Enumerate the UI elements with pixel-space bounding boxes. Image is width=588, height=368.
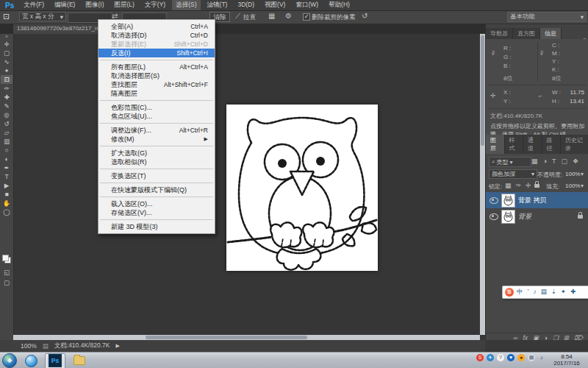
crop-preset-dropdown[interactable]: 宽 x 高 x 分 ▾ (19, 12, 66, 21)
tray-sogou-icon[interactable]: S (476, 354, 484, 361)
select-menu-item-0[interactable]: 全部(A)Ctrl+A (98, 22, 215, 31)
tab-paths[interactable]: 路径 (542, 135, 562, 154)
lock-move-icon[interactable]: ✛ (526, 182, 531, 189)
lock-all-icon[interactable] (534, 184, 539, 188)
select-menu-item-7[interactable]: 查找图层Alt+Shift+Ctrl+F (98, 80, 215, 89)
sogou-keyboard-icon[interactable]: ▤ (541, 288, 547, 297)
sogou-logo[interactable]: S (505, 288, 514, 297)
chevron-down-icon[interactable]: ▾ (581, 183, 584, 189)
tab-history[interactable]: 历史记录 (561, 135, 588, 154)
smart-object-filter-icon[interactable]: ❖ (573, 158, 578, 165)
lock-transparency-icon[interactable]: ▦ (505, 182, 512, 189)
select-menu-item-1[interactable]: 取消选择(D)Ctrl+D (98, 31, 215, 40)
select-menu-item-13[interactable]: 调整边缘(F)...Alt+Ctrl+R (98, 126, 215, 135)
tab-layers[interactable]: 图层 (486, 135, 505, 154)
tab-channels[interactable]: 通道 (523, 135, 542, 154)
folder-taskbar-button[interactable] (70, 354, 89, 368)
menu-item-9[interactable]: 窗口(W) (292, 0, 322, 10)
screen-mode-icon[interactable]: ▢ (1, 278, 12, 287)
tab-styles[interactable]: 样式 (505, 135, 524, 154)
tray-help-icon[interactable]: ? (497, 354, 504, 361)
menu-item-2[interactable]: 图像(I) (82, 0, 107, 10)
menu-item-1[interactable]: 编辑(E) (51, 0, 79, 10)
quick-selection-tool[interactable]: ✦ (1, 66, 12, 75)
eyedropper-tool[interactable]: ✑ (1, 84, 12, 93)
fill-value[interactable]: 100% (565, 183, 580, 189)
menu-item-0[interactable]: 文件(F) (20, 0, 48, 10)
opacity-value[interactable]: 100% (565, 171, 580, 177)
delete-cropped-checkbox[interactable]: ✓ (303, 13, 310, 21)
type-filter-icon[interactable]: T (552, 158, 556, 165)
sogou-skin-icon[interactable]: ✦ (561, 288, 566, 297)
select-menu-item-8[interactable]: 隔离图层 (98, 89, 215, 98)
select-menu-item-24[interactable]: 存储选区(V)... (98, 208, 215, 217)
straighten-icon[interactable]: ⟋ (235, 12, 240, 21)
straighten-label[interactable]: 拉直 (243, 13, 256, 22)
status-expand-icon[interactable]: ▶ (115, 343, 119, 349)
layer-thumbnail[interactable] (501, 210, 515, 224)
shape-filter-icon[interactable]: ▢ (561, 158, 567, 165)
select-menu-item-17[interactable]: 选取相似(R) (98, 158, 215, 166)
menu-item-7[interactable]: 3D(D) (234, 0, 258, 10)
eraser-tool[interactable]: ▱ (1, 128, 12, 137)
layer-name[interactable]: 背景 (518, 212, 531, 222)
color-swatches[interactable] (2, 255, 11, 263)
menu-item-6[interactable]: 滤镜(T) (204, 0, 232, 10)
menu-item-3[interactable]: 图层(L) (110, 0, 137, 10)
canvas-image[interactable] (226, 105, 378, 271)
menu-item-10[interactable]: 帮助(H) (325, 0, 354, 10)
sogou-punct-icon[interactable]: ’ (528, 288, 529, 297)
blend-mode-dropdown[interactable]: 颜色加深 ▾ (489, 169, 537, 179)
lasso-tool[interactable]: ∿ (1, 57, 12, 66)
taskbar-clock[interactable]: 8:54 2017/7/16 (548, 353, 585, 367)
vertical-scrollbar[interactable] (480, 34, 485, 335)
dodge-tool[interactable]: ◐ (1, 155, 12, 163)
blur-tool[interactable]: ○ (1, 146, 12, 155)
tab-navigator[interactable]: 导航器 (486, 28, 513, 39)
chevron-down-icon[interactable]: ▾ (581, 171, 584, 177)
lock-paint-icon[interactable]: ✑ (516, 182, 522, 189)
crop-overlay-icon[interactable]: ▦ (268, 12, 275, 21)
tab-histogram[interactable]: 直方图 (513, 28, 540, 39)
sogou-download-icon[interactable]: ⇣ (551, 288, 556, 297)
menu-item-4[interactable]: 文字(Y) (141, 0, 169, 10)
foreground-color-swatch[interactable] (2, 255, 9, 261)
history-brush-tool[interactable]: ↺ (1, 119, 12, 128)
horizontal-scrollbar[interactable] (13, 335, 480, 340)
type-tool[interactable]: T (1, 172, 12, 181)
path-selection-tool[interactable]: ▶ (1, 181, 12, 190)
sogou-mic-icon[interactable]: ♪ (533, 288, 536, 297)
tray-volume-icon[interactable]: ♪ (538, 354, 545, 361)
move-tool[interactable]: ✛ (1, 40, 12, 49)
menu-item-8[interactable]: 视图(V) (261, 0, 289, 10)
select-menu-item-10[interactable]: 色彩范围(C)... (98, 103, 215, 112)
clone-stamp-tool[interactable]: ◎ (1, 110, 12, 119)
tray-display-icon[interactable]: ▤ (528, 354, 535, 361)
pen-tool[interactable]: ✒ (1, 163, 12, 172)
tray-security-shield-icon[interactable]: ♥ (507, 354, 514, 361)
zoom-tool[interactable]: ◯ (1, 208, 12, 216)
crop-settings-gear-icon[interactable]: ⚙ (285, 12, 292, 21)
quick-mask-icon[interactable]: ◱ (1, 268, 12, 277)
layer-filter-dropdown[interactable]: ⌕ 类型 ▾ (489, 157, 531, 167)
sogou-toolbox-icon[interactable]: ✚ (570, 288, 576, 297)
select-menu-item-26[interactable]: 新建 3D 模型(3) (98, 222, 215, 231)
hand-tool[interactable]: ✋ (1, 199, 12, 208)
select-menu-item-3[interactable]: 反选(I)Shift+Ctrl+I (98, 49, 215, 57)
crop-tool-icon[interactable]: ⊡ (3, 12, 10, 21)
layer-row-background[interactable]: 背景 (486, 208, 588, 224)
tray-updater-icon[interactable]: ✈ (487, 354, 494, 361)
gradient-tool[interactable]: ▥ (1, 137, 12, 146)
layer-visibility-eye-icon[interactable] (490, 197, 498, 204)
tab-info[interactable]: 信息 (540, 28, 562, 39)
select-menu-item-6[interactable]: 取消选择图层(S) (98, 71, 215, 80)
toolbox-collapse-icon[interactable]: » (0, 34, 13, 40)
marquee-tool[interactable]: ▢ (1, 49, 12, 57)
select-menu-item-19[interactable]: 变换选区(T) (98, 171, 215, 180)
select-menu-item-5[interactable]: 所有图层(L)Alt+Ctrl+A (98, 63, 215, 71)
layer-visibility-eye-icon[interactable] (490, 213, 498, 220)
select-menu-item-21[interactable]: 在快速蒙版模式下编辑(Q) (98, 185, 215, 194)
brush-tool[interactable]: ✎ (1, 102, 12, 110)
menu-item-5[interactable]: 选择(S) (172, 0, 200, 10)
layer-row-background-copy[interactable]: 背景 拷贝 (486, 192, 588, 208)
